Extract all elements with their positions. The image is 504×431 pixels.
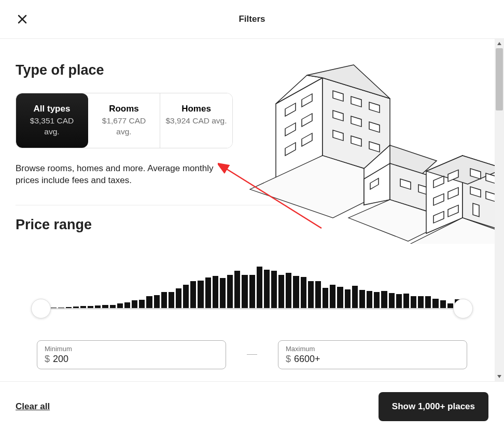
svg-marker-21	[497, 42, 501, 45]
histogram-bar	[169, 292, 174, 308]
histogram-bar	[264, 270, 270, 308]
type-all-types-avg: $3,351 CAD avg.	[21, 116, 82, 137]
histogram-bar	[447, 303, 453, 308]
histogram-bar	[242, 275, 247, 308]
modal-title: Filters	[239, 14, 265, 24]
histogram-bar	[359, 290, 365, 308]
histogram-bar	[396, 294, 402, 308]
histogram-bar	[88, 306, 93, 308]
histogram-bar	[257, 267, 262, 308]
histogram-bar	[227, 275, 233, 308]
scroll-thumb[interactable]	[496, 48, 503, 110]
type-rooms-label: Rooms	[93, 104, 155, 114]
histogram-bar	[73, 307, 79, 308]
price-slider-min-handle[interactable]	[31, 299, 51, 318]
histogram-bar	[278, 275, 284, 308]
histogram-bar	[249, 275, 255, 308]
price-min-value: $200	[45, 354, 218, 365]
price-min-input[interactable]: Minimum $200	[37, 340, 226, 369]
price-max-label: Maximum	[286, 345, 459, 353]
histogram-bar	[190, 281, 196, 308]
histogram-bar	[293, 276, 299, 308]
vertical-scrollbar[interactable]	[495, 39, 504, 381]
type-option-rooms[interactable]: Rooms $1,677 CAD avg.	[88, 93, 160, 148]
type-option-homes[interactable]: Homes $3,924 CAD avg.	[160, 93, 232, 148]
histogram-bar	[198, 281, 203, 308]
price-slider-max-handle[interactable]	[453, 299, 473, 318]
histogram-bar	[176, 288, 181, 308]
histogram-bar	[154, 295, 160, 308]
histogram-bar	[183, 285, 189, 308]
histogram-bar	[432, 299, 438, 308]
histogram-bar	[337, 287, 343, 308]
histogram-bar	[286, 273, 291, 308]
price-max-value: $6600+	[286, 354, 459, 365]
histogram-bar	[403, 294, 409, 308]
histogram-bar	[330, 285, 335, 308]
type-homes-label: Homes	[165, 104, 227, 114]
histogram-bar	[345, 289, 351, 308]
histogram-bar	[213, 276, 218, 308]
histogram-bar	[220, 278, 226, 308]
show-places-button[interactable]: Show 1,000+ places	[379, 392, 488, 421]
chevron-down-icon	[497, 374, 502, 379]
histogram-bar	[102, 305, 108, 308]
type-of-place-selector: All types $3,351 CAD avg. Rooms $1,677 C…	[16, 93, 233, 148]
price-min-label: Minimum	[45, 345, 218, 353]
histogram-bar	[389, 293, 395, 308]
buildings-illustration	[245, 62, 504, 244]
histogram-bar	[80, 306, 86, 308]
histogram-bars	[36, 267, 468, 308]
currency-symbol: $	[45, 354, 50, 364]
price-max-input[interactable]: Maximum $6600+	[278, 340, 467, 369]
histogram-bar	[315, 281, 321, 308]
histogram-bar	[440, 300, 446, 308]
modal-footer: Clear all Show 1,000+ places	[0, 381, 504, 431]
histogram-bar	[117, 303, 123, 308]
histogram-bar	[66, 307, 72, 308]
histogram-bar	[234, 271, 240, 308]
scroll-down-button[interactable]	[495, 372, 504, 381]
price-min-number: 200	[53, 354, 68, 364]
histogram-bar	[308, 281, 314, 308]
type-of-place-description: Browse rooms, homes and more. Average mo…	[16, 163, 233, 187]
histogram-bar	[58, 308, 64, 308]
type-rooms-avg: $1,677 CAD avg.	[93, 116, 155, 137]
histogram-bar	[411, 296, 416, 308]
histogram-bar	[132, 300, 137, 308]
histogram-bar	[301, 277, 306, 308]
histogram-bar	[367, 291, 372, 308]
histogram-bar	[352, 286, 358, 308]
histogram-bar	[124, 302, 130, 308]
price-slider-track[interactable]	[36, 309, 468, 309]
histogram-bar	[139, 300, 145, 308]
scroll-up-button[interactable]	[495, 39, 504, 48]
histogram-bar	[425, 296, 431, 308]
type-option-all-types[interactable]: All types $3,351 CAD avg.	[16, 93, 88, 148]
svg-marker-22	[497, 375, 501, 378]
clear-all-button[interactable]: Clear all	[16, 401, 50, 412]
modal-header: Filters	[0, 0, 504, 39]
type-homes-avg: $3,924 CAD avg.	[165, 116, 227, 127]
histogram-bar	[110, 305, 116, 308]
histogram-bar	[381, 291, 387, 308]
close-button[interactable]	[15, 11, 30, 27]
histogram-bar	[323, 288, 328, 308]
price-histogram	[16, 256, 488, 308]
chevron-up-icon	[497, 41, 502, 46]
histogram-bar	[271, 271, 277, 308]
histogram-bar	[161, 292, 167, 308]
histogram-bar	[51, 308, 57, 308]
currency-symbol: $	[286, 354, 291, 364]
histogram-bar	[374, 292, 380, 308]
histogram-bar	[146, 296, 152, 308]
modal-content: Type of place All types $3,351 CAD avg. …	[0, 39, 504, 381]
type-all-types-label: All types	[21, 104, 82, 114]
price-separator	[247, 354, 257, 355]
svg-rect-17	[473, 203, 479, 217]
histogram-bar	[205, 277, 211, 308]
close-icon	[18, 15, 27, 24]
histogram-bar	[95, 305, 101, 308]
price-max-number: 6600+	[294, 354, 320, 364]
histogram-bar	[418, 296, 424, 308]
